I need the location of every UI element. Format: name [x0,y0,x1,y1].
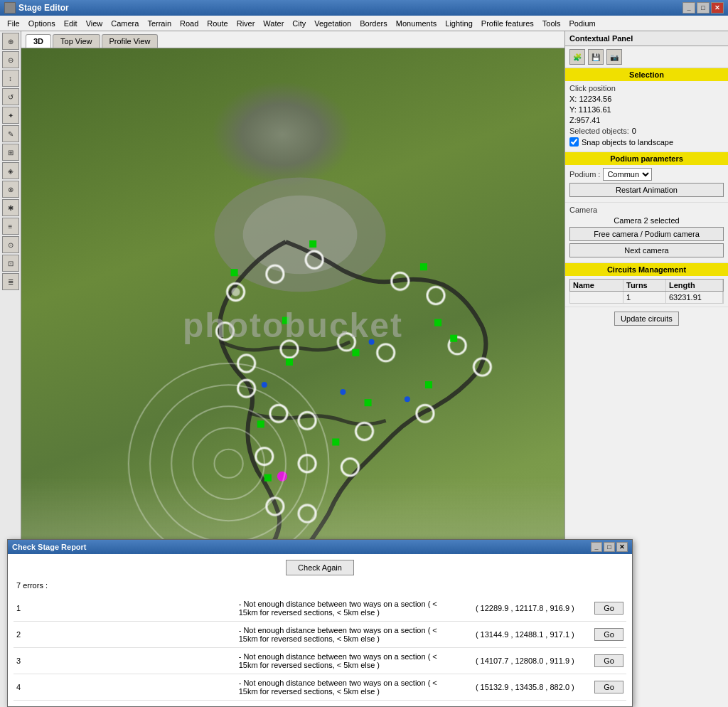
error-2-num: 2 [16,630,233,639]
selected-objects-label: Selected objects: [569,127,629,135]
error-count: 7 errors : [14,581,626,590]
menu-route[interactable]: Route [203,18,232,29]
selected-objects-value: 0 [632,127,636,135]
error-4-coords: ( 15132.9 , 13435.8 , 882.0 ) [461,683,589,691]
next-camera-button[interactable]: Next camera [569,243,724,257]
menu-camera[interactable]: Camera [107,18,143,29]
error-3-coords: ( 14107.7 , 12808.0 , 911.9 ) [461,656,589,665]
close-button[interactable]: ✕ [711,2,724,14]
menu-file[interactable]: File [3,18,24,29]
title-bar-controls: _ □ ✕ [682,2,724,14]
col-name: Name [570,280,623,291]
title-bar: Stage Editor _ □ ✕ [0,0,728,16]
circuit-name [570,292,623,303]
svg-point-47 [369,339,375,345]
circuit-turns: 1 [623,292,666,303]
svg-rect-40 [425,381,432,388]
error-4-desc: - Not enough distance between two ways o… [239,679,456,696]
panel-icon-save[interactable]: 💾 [588,49,604,65]
error-2-go-button[interactable]: Go [594,628,623,641]
svg-point-7 [427,287,444,304]
toolbar-btn-3[interactable]: ↺ [2,88,19,105]
toolbar-btn-5[interactable]: ✎ [2,125,19,142]
toolbar-btn-13[interactable]: ≣ [2,273,19,290]
podium-select[interactable]: Commun Start Finish None [603,168,652,181]
menu-terrain[interactable]: Terrain [143,18,176,29]
error-3-num: 3 [16,656,233,665]
svg-rect-33 [282,317,289,324]
update-circuits-button[interactable]: Update circuits [614,312,679,326]
error-row-4: 4 - Not enough distance between two ways… [14,674,626,701]
podium-label: Podium : [569,170,600,179]
menu-edit[interactable]: Edit [60,18,82,29]
svg-rect-34 [420,263,427,270]
toolbar-btn-8[interactable]: ⊗ [2,181,19,198]
dialog-minimize[interactable]: _ [591,542,602,552]
error-row-1: 1 - Not enough distance between two ways… [14,595,626,622]
free-camera-button[interactable]: Free camera / Podium camera [569,227,724,241]
toolbar-btn-11[interactable]: ⊙ [2,236,19,253]
svg-point-46 [340,389,346,395]
tab-profile-view[interactable]: Profile View [102,34,159,48]
snap-checkbox[interactable] [569,137,579,147]
circuits-title: Circuits Management [565,263,728,276]
dialog-maximize[interactable]: □ [604,542,615,552]
toolbar-btn-4[interactable]: ✦ [2,107,19,124]
minimize-button[interactable]: _ [682,2,695,14]
toolbar-btn-9[interactable]: ✱ [2,199,19,216]
toolbar-btn-1[interactable]: ⊖ [2,51,19,68]
col-length: Length [666,280,723,291]
svg-point-50 [150,385,307,542]
error-1-num: 1 [16,604,233,612]
panel-icon-puzzle[interactable]: 🧩 [569,49,585,65]
menu-city[interactable]: City [288,18,310,29]
restart-animation-button[interactable]: Restart Animation [569,183,724,197]
menu-water[interactable]: Water [259,18,288,29]
menu-monuments[interactable]: Monuments [392,18,441,29]
svg-rect-38 [286,358,293,366]
menu-bar: File Options Edit View Camera Terrain Ro… [0,16,728,31]
svg-point-45 [262,382,267,388]
error-4-num: 4 [16,683,233,691]
panel-header: Contextual Panel [565,31,728,46]
svg-rect-31 [231,269,238,276]
menu-podium[interactable]: Podium [564,18,599,29]
error-1-go-button[interactable]: Go [594,602,623,615]
toolbar-btn-7[interactable]: ◈ [2,162,19,179]
coord-z: Z:957.41 [569,116,600,124]
toolbar-btn-12[interactable]: ⊡ [2,255,19,272]
svg-rect-36 [352,349,359,356]
coord-x: X: 12234.56 [569,95,611,103]
toolbar-btn-6[interactable]: ⊞ [2,144,19,161]
toolbar-btn-10[interactable]: ≡ [2,218,19,235]
tab-3d[interactable]: 3D [26,34,51,48]
svg-point-48 [405,396,410,402]
svg-point-3 [232,287,240,296]
circuits-section: Name Turns Length 1 63231.91 [565,276,728,307]
maximize-button[interactable]: □ [697,2,710,14]
menu-view[interactable]: View [82,18,107,29]
toolbar-btn-2[interactable]: ↕ [2,70,19,87]
error-row-3: 3 - Not enough distance between two ways… [14,648,626,674]
menu-road[interactable]: Road [176,18,203,29]
svg-rect-32 [309,240,316,248]
toolbar-btn-0[interactable]: ⊕ [2,33,19,50]
menu-options[interactable]: Options [24,18,60,29]
menu-river[interactable]: River [232,18,259,29]
click-position-section: Click position X: 12234.56 Y: 11136.61 Z… [565,81,728,152]
click-position-label: Click position [569,84,616,92]
error-4-go-button[interactable]: Go [594,681,623,693]
menu-tools[interactable]: Tools [538,18,565,29]
camera-label: Camera [569,206,597,214]
check-again-button[interactable]: Check Again [286,560,354,575]
error-3-desc: - Not enough distance between two ways o… [239,652,456,669]
dialog-close[interactable]: ✕ [616,542,628,552]
menu-profile-features[interactable]: Profile features [477,18,538,29]
panel-icon-photo[interactable]: 📷 [606,49,622,65]
menu-lighting[interactable]: Lighting [441,18,477,29]
error-3-go-button[interactable]: Go [594,654,623,667]
menu-borders[interactable]: Borders [355,18,392,29]
svg-rect-35 [434,319,441,326]
menu-vegetation[interactable]: Vegetation [310,18,355,29]
tab-top-view[interactable]: Top View [53,34,100,48]
